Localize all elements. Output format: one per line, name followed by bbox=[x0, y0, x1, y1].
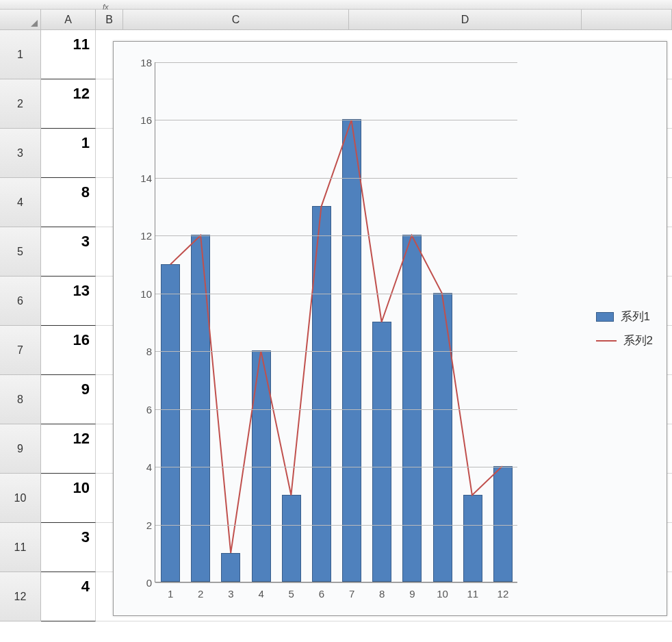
chart-legend: 系列1 系列2 bbox=[596, 300, 653, 357]
cell[interactable]: 12 bbox=[41, 424, 96, 474]
plot-area: 024681012141618123456789101112 bbox=[155, 62, 517, 582]
x-tick-label: 11 bbox=[463, 588, 483, 600]
y-tick-label: 8 bbox=[131, 346, 152, 357]
x-tick-label: 8 bbox=[372, 588, 392, 600]
gridline bbox=[155, 409, 517, 410]
x-tick-label: 6 bbox=[311, 588, 332, 600]
select-all-corner[interactable] bbox=[0, 10, 41, 30]
y-tick-label: 4 bbox=[131, 461, 152, 473]
col-header-A[interactable]: A bbox=[41, 10, 96, 30]
y-tick-label: 14 bbox=[131, 172, 152, 183]
gridline bbox=[155, 525, 517, 526]
col-header-D[interactable]: D bbox=[349, 10, 582, 30]
x-tick-label: 4 bbox=[251, 588, 272, 600]
row-header[interactable]: 2 bbox=[0, 79, 41, 129]
spreadsheet-app: fx A B C D 11121231485361371689912101011… bbox=[0, 0, 672, 642]
cell[interactable]: 12 bbox=[41, 79, 96, 129]
x-tick-label: 2 bbox=[190, 588, 211, 600]
column-headers: A B C D bbox=[0, 10, 672, 30]
cell[interactable]: 3 bbox=[41, 523, 96, 572]
y-tick-label: 10 bbox=[131, 287, 152, 299]
cell[interactable]: 10 bbox=[41, 474, 96, 523]
y-tick-label: 2 bbox=[131, 519, 152, 530]
cell[interactable]: 8 bbox=[41, 178, 96, 227]
x-tick-label: 3 bbox=[220, 588, 241, 600]
gridline bbox=[155, 294, 517, 294]
gridline bbox=[155, 235, 517, 236]
x-tick-label: 7 bbox=[341, 588, 362, 600]
col-header-C[interactable]: C bbox=[123, 10, 349, 30]
legend-swatch-bar-icon bbox=[596, 312, 614, 322]
cell[interactable]: 11 bbox=[41, 30, 96, 79]
y-tick-label: 16 bbox=[131, 114, 152, 126]
y-tick-label: 18 bbox=[131, 57, 152, 68]
x-tick-label: 5 bbox=[281, 588, 302, 600]
legend-label-bar: 系列1 bbox=[621, 309, 650, 324]
row-header[interactable]: 11 bbox=[0, 523, 41, 572]
gridline bbox=[155, 582, 517, 583]
row-header[interactable]: 7 bbox=[0, 326, 41, 375]
col-header-B[interactable]: B bbox=[96, 10, 123, 30]
x-tick-label: 1 bbox=[160, 588, 181, 600]
row-header[interactable]: 12 bbox=[0, 572, 41, 621]
cell[interactable]: 13 bbox=[41, 277, 96, 326]
cell[interactable]: 1 bbox=[41, 129, 96, 178]
row-header[interactable]: 1 bbox=[0, 30, 41, 79]
legend-item-line: 系列2 bbox=[596, 333, 653, 348]
cell[interactable]: 3 bbox=[41, 227, 96, 277]
row-header[interactable]: 5 bbox=[0, 227, 41, 277]
embedded-chart[interactable]: 024681012141618123456789101112 系列1 系列2 bbox=[113, 41, 667, 616]
line-series bbox=[155, 62, 517, 582]
row-header[interactable]: 3 bbox=[0, 129, 41, 178]
gridline bbox=[155, 351, 517, 352]
row-header[interactable]: 8 bbox=[0, 375, 41, 424]
gridline bbox=[155, 120, 517, 120]
legend-label-line: 系列2 bbox=[623, 333, 653, 348]
legend-swatch-line-icon bbox=[596, 340, 617, 342]
formula-bar[interactable]: fx bbox=[0, 0, 672, 10]
x-tick-label: 12 bbox=[493, 588, 513, 600]
gridline bbox=[155, 467, 517, 467]
x-tick-label: 10 bbox=[432, 588, 453, 600]
row-header[interactable]: 10 bbox=[0, 474, 41, 523]
y-tick-label: 12 bbox=[131, 230, 152, 242]
row-header[interactable]: 9 bbox=[0, 424, 41, 474]
cell[interactable]: 9 bbox=[41, 375, 96, 424]
gridline bbox=[155, 178, 517, 179]
gridline bbox=[155, 62, 517, 63]
y-tick-label: 0 bbox=[131, 577, 152, 589]
line-path[interactable] bbox=[170, 120, 502, 553]
cell[interactable]: 4 bbox=[41, 572, 96, 621]
row-header[interactable]: 6 bbox=[0, 277, 41, 326]
legend-item-bar: 系列1 bbox=[596, 309, 653, 324]
col-header-rest[interactable] bbox=[582, 10, 672, 30]
x-tick-label: 9 bbox=[402, 588, 422, 600]
row-header[interactable]: 4 bbox=[0, 178, 41, 227]
cell[interactable]: 16 bbox=[41, 326, 96, 375]
y-tick-label: 6 bbox=[131, 403, 152, 415]
